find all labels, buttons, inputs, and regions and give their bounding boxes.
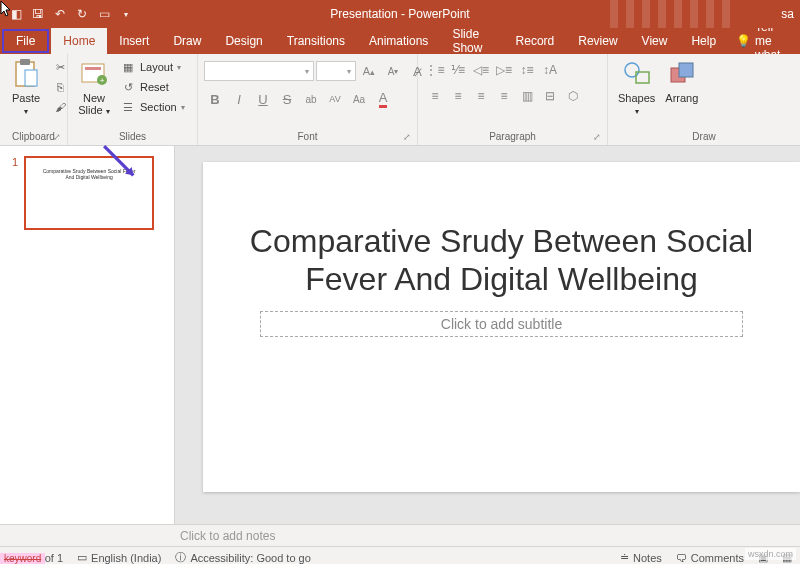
clipboard-launcher-icon[interactable]: ⤢ (53, 132, 61, 142)
start-from-beginning-icon[interactable]: ▭ (96, 6, 112, 22)
undo-icon[interactable]: ↶ (52, 6, 68, 22)
paste-button[interactable]: Paste▾ (6, 56, 46, 119)
new-slide-button[interactable]: + New Slide ▾ (74, 56, 114, 119)
align-text-button[interactable]: ⊟ (539, 86, 561, 106)
font-name-select[interactable]: ▾ (204, 61, 314, 81)
tab-home[interactable]: Home (51, 28, 107, 54)
section-icon: ☰ (120, 99, 136, 115)
tab-help[interactable]: Help (679, 28, 728, 54)
ribbon-tabs: File Home Insert Draw Design Transitions… (0, 28, 800, 54)
tab-draw[interactable]: Draw (161, 28, 213, 54)
qat-customize-icon[interactable]: ▾ (118, 6, 134, 22)
svg-text:+: + (100, 76, 105, 85)
reset-icon: ↺ (120, 79, 136, 95)
tab-review[interactable]: Review (566, 28, 629, 54)
font-launcher-icon[interactable]: ⤢ (403, 132, 411, 142)
ribbon-group-slides: + New Slide ▾ ▦Layout ▾ ↺Reset ☰Section … (68, 54, 198, 145)
ribbon-group-drawing: Shapes▾ Arrang Draw (608, 54, 800, 145)
paragraph-launcher-icon[interactable]: ⤢ (593, 132, 601, 142)
watermark: wsxdn.com (745, 548, 796, 560)
document-title: Presentation - PowerPoint (330, 7, 469, 21)
line-spacing-button[interactable]: ↕≡ (516, 60, 538, 80)
language-icon: ▭ (77, 551, 87, 564)
comments-icon: 🗨 (676, 552, 687, 564)
comments-toggle[interactable]: 🗨Comments (676, 552, 744, 564)
char-spacing-button[interactable]: AV (324, 88, 346, 110)
tab-animations[interactable]: Animations (357, 28, 440, 54)
save-icon[interactable]: 🖫 (30, 6, 46, 22)
align-left-button[interactable]: ≡ (424, 86, 446, 106)
arrange-button[interactable]: Arrang (661, 56, 702, 106)
arrange-icon (668, 60, 696, 88)
increase-font-icon[interactable]: A▴ (358, 60, 380, 82)
section-button[interactable]: ☰Section ▾ (116, 98, 189, 116)
thumbnail-title-text: Comparative Srudy Between Social Fever A… (39, 168, 140, 180)
bullets-button[interactable]: ⋮≡ (424, 60, 446, 80)
notes-pane[interactable]: Click to add notes (0, 524, 800, 546)
slide-thumbnail-panel: 1 Comparative Srudy Between Social Fever… (0, 146, 175, 524)
ribbon-group-paragraph: ⋮≡ ⅟≡ ◁≡ ▷≡ ↕≡ ↕A ≡ ≡ ≡ ≡ ▥ ⊟ ⬡ Paragrap… (418, 54, 608, 145)
keyword-tag: keyword (0, 553, 45, 564)
tab-insert[interactable]: Insert (107, 28, 161, 54)
copy-icon: ⎘ (52, 79, 68, 95)
tab-record[interactable]: Record (504, 28, 567, 54)
slide-thumbnail-1[interactable]: Comparative Srudy Between Social Fever A… (24, 156, 154, 230)
justify-button[interactable]: ≡ (493, 86, 515, 106)
tab-slide-show[interactable]: Slide Show (440, 28, 503, 54)
layout-icon: ▦ (120, 59, 136, 75)
tell-me-search[interactable]: 💡 Tell me what (728, 28, 800, 54)
svg-rect-10 (679, 63, 693, 77)
language-status[interactable]: ▭English (India) (77, 551, 161, 564)
title-bar: ◧ 🖫 ↶ ↻ ▭ ▾ Presentation - PowerPoint sa (0, 0, 800, 28)
text-direction-button[interactable]: ↕A (539, 60, 561, 80)
status-bar: Slide 1 of 1 ▭English (India) ⓘAccessibi… (0, 546, 800, 564)
ribbon-group-font: ▾ ▾ A▴ A▾ A̷ B I U S ab AV Aa A Font⤢ (198, 54, 418, 145)
font-size-select[interactable]: ▾ (316, 61, 356, 81)
quick-access-toolbar: ◧ 🖫 ↶ ↻ ▭ ▾ (0, 6, 142, 22)
tab-file[interactable]: File (2, 29, 49, 53)
decrease-font-icon[interactable]: A▾ (382, 60, 404, 82)
svg-rect-4 (85, 67, 101, 70)
tab-design[interactable]: Design (213, 28, 274, 54)
slide-canvas[interactable]: Comparative Srudy Between Social Fever A… (203, 162, 800, 492)
increase-indent-button[interactable]: ▷≡ (493, 60, 515, 80)
accessibility-icon: ⓘ (175, 550, 186, 564)
subtitle-placeholder[interactable]: Click to add subtitle (260, 311, 743, 337)
numbering-button[interactable]: ⅟≡ (447, 60, 469, 80)
columns-button[interactable]: ▥ (516, 86, 538, 106)
bold-button[interactable]: B (204, 88, 226, 110)
align-center-button[interactable]: ≡ (447, 86, 469, 106)
slide-title-text[interactable]: Comparative Srudy Between Social Fever A… (233, 222, 770, 299)
svg-rect-1 (20, 59, 30, 65)
underline-button[interactable]: U (252, 88, 274, 110)
shadow-button[interactable]: ab (300, 88, 322, 110)
new-slide-icon: + (80, 60, 108, 88)
svg-rect-2 (25, 70, 37, 86)
reset-button[interactable]: ↺Reset (116, 78, 189, 96)
cut-icon: ✂ (52, 59, 68, 75)
align-right-button[interactable]: ≡ (470, 86, 492, 106)
title-decoration (610, 0, 730, 28)
ribbon-group-clipboard: Paste▾ ✂ ⎘ 🖌 Clipboard⤢ (0, 54, 68, 145)
redo-icon[interactable]: ↻ (74, 6, 90, 22)
layout-button[interactable]: ▦Layout ▾ (116, 58, 189, 76)
user-name[interactable]: sa (781, 7, 800, 21)
shapes-icon (622, 60, 652, 88)
strikethrough-button[interactable]: S (276, 88, 298, 110)
italic-button[interactable]: I (228, 88, 250, 110)
smartart-button[interactable]: ⬡ (562, 86, 584, 106)
autosave-icon[interactable]: ◧ (8, 6, 24, 22)
svg-point-7 (625, 63, 639, 77)
brush-icon: 🖌 (52, 99, 68, 115)
change-case-button[interactable]: Aa (348, 88, 370, 110)
shapes-button[interactable]: Shapes▾ (614, 56, 659, 119)
lightbulb-icon: 💡 (736, 34, 751, 48)
clipboard-icon (12, 58, 40, 90)
ribbon: Paste▾ ✂ ⎘ 🖌 Clipboard⤢ + New Slide ▾ ▦L… (0, 54, 800, 146)
tab-view[interactable]: View (630, 28, 680, 54)
notes-toggle[interactable]: ≐Notes (620, 551, 662, 564)
decrease-indent-button[interactable]: ◁≡ (470, 60, 492, 80)
accessibility-status[interactable]: ⓘAccessibility: Good to go (175, 550, 310, 564)
font-color-button[interactable]: A (372, 88, 394, 110)
tab-transitions[interactable]: Transitions (275, 28, 357, 54)
